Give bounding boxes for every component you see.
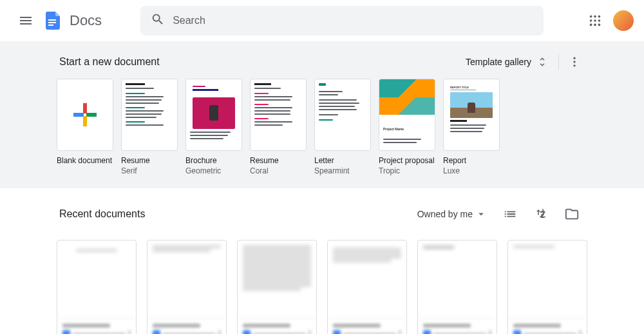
logo-area[interactable]: Docs	[41, 9, 102, 32]
recent-documents-grid	[57, 240, 587, 334]
template-gallery-button[interactable]: Template gallery	[460, 52, 553, 72]
template-name: Resume	[121, 156, 178, 165]
recent-document-card[interactable]	[327, 240, 407, 334]
search-box	[140, 6, 544, 35]
recent-document-card[interactable]	[147, 240, 227, 334]
plus-icon	[73, 103, 97, 126]
template-subtitle: Luxe	[443, 166, 500, 175]
templates-heading: Start a new document	[59, 56, 160, 68]
svg-point-7	[594, 19, 596, 22]
template-name: Blank document	[57, 156, 113, 165]
template-subtitle: Coral	[250, 166, 307, 175]
google-apps-button[interactable]	[582, 8, 608, 34]
templates-section: Start a new document Template gallery	[0, 41, 644, 188]
app-name: Docs	[70, 12, 102, 29]
template-subtitle: Tropic	[379, 166, 435, 175]
templates-header: Start a new document Template gallery	[57, 52, 587, 79]
svg-point-11	[598, 24, 601, 26]
recent-document-card[interactable]	[237, 240, 317, 334]
search-input[interactable]	[173, 15, 533, 26]
svg-point-13	[573, 61, 575, 63]
header: Docs	[0, 0, 644, 41]
template-resume-serif[interactable]: Resume Serif	[121, 79, 178, 175]
templates-more-button[interactable]	[564, 52, 585, 72]
dropdown-icon	[475, 208, 487, 220]
template-letter[interactable]: Letter Spearmint	[314, 79, 371, 175]
templates-row: Blank document Resume Serif	[57, 79, 587, 175]
file-picker-button[interactable]	[559, 201, 585, 227]
search-inner[interactable]	[140, 6, 544, 35]
svg-point-10	[594, 24, 596, 26]
search-icon	[151, 12, 165, 29]
recent-section: Recent documents Owned by me AZ	[52, 188, 592, 334]
svg-point-12	[573, 57, 575, 59]
svg-rect-2	[48, 25, 53, 26]
docs-logo-icon	[41, 9, 64, 32]
svg-point-6	[590, 19, 592, 22]
templates-controls: Template gallery	[460, 52, 585, 72]
svg-point-9	[590, 24, 592, 26]
account-avatar[interactable]	[613, 10, 634, 31]
recent-document-card[interactable]	[57, 240, 137, 334]
sort-button[interactable]: AZ	[528, 201, 554, 227]
recent-document-card[interactable]	[507, 240, 587, 334]
list-icon	[503, 207, 517, 221]
template-name: Letter	[314, 156, 371, 165]
template-report[interactable]: REPORT TITLE Report Luxe	[443, 79, 500, 175]
template-proposal[interactable]: Project Name Project proposal Tropic	[379, 79, 435, 175]
more-vert-icon	[568, 55, 581, 68]
folder-icon	[565, 207, 579, 221]
divider	[558, 54, 559, 70]
header-right	[582, 8, 634, 34]
svg-rect-1	[48, 22, 56, 23]
template-name: Project proposal	[379, 156, 435, 165]
svg-point-3	[590, 15, 592, 18]
svg-point-4	[594, 15, 596, 18]
template-resume-coral[interactable]: Resume Coral	[250, 79, 307, 175]
template-name: Resume	[250, 156, 307, 165]
template-blank[interactable]: Blank document	[57, 79, 113, 175]
apps-grid-icon	[588, 14, 602, 28]
svg-text:Z: Z	[541, 213, 544, 219]
svg-rect-0	[48, 19, 56, 21]
svg-point-14	[573, 64, 575, 66]
template-subtitle: Serif	[121, 166, 178, 175]
list-view-button[interactable]	[497, 201, 523, 227]
template-name: Report	[443, 156, 500, 165]
template-subtitle: Spearmint	[314, 166, 371, 175]
owner-filter-label: Owned by me	[417, 209, 473, 219]
template-gallery-label: Template gallery	[466, 57, 531, 67]
svg-point-5	[598, 15, 601, 18]
template-brochure[interactable]: Brochure Geometric	[185, 79, 242, 175]
recent-controls: Owned by me AZ	[412, 201, 585, 227]
recent-document-card[interactable]	[417, 240, 497, 334]
hamburger-icon	[18, 13, 33, 28]
sort-az-icon: AZ	[534, 207, 548, 221]
owner-filter-button[interactable]: Owned by me	[412, 204, 492, 224]
template-subtitle: Geometric	[185, 166, 242, 175]
recent-heading: Recent documents	[59, 208, 145, 220]
unfold-icon	[536, 56, 548, 68]
template-name: Brochure	[185, 156, 242, 165]
main-menu-button[interactable]	[10, 5, 41, 36]
recent-header: Recent documents Owned by me AZ	[57, 199, 587, 230]
svg-point-8	[598, 19, 601, 22]
